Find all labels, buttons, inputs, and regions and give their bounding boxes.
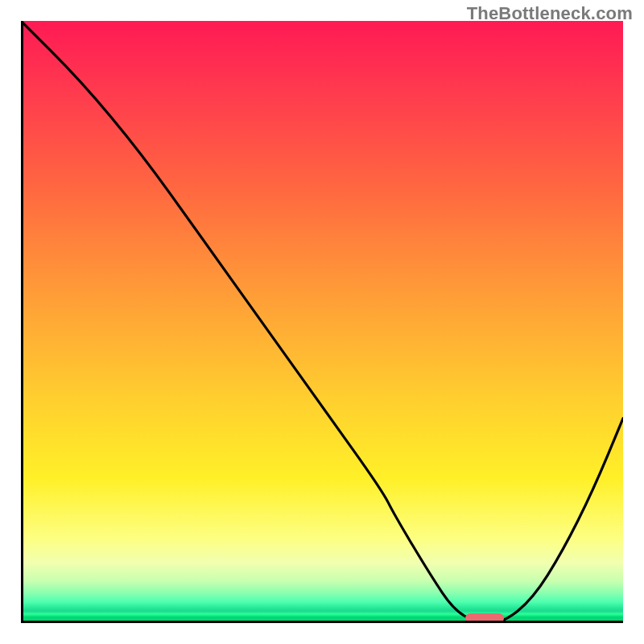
plot-area	[21, 21, 623, 623]
bottleneck-curve	[21, 21, 623, 623]
chart-container: TheBottleneck.com	[0, 0, 644, 644]
highlight-marker	[465, 613, 505, 623]
curve-svg	[21, 21, 623, 623]
